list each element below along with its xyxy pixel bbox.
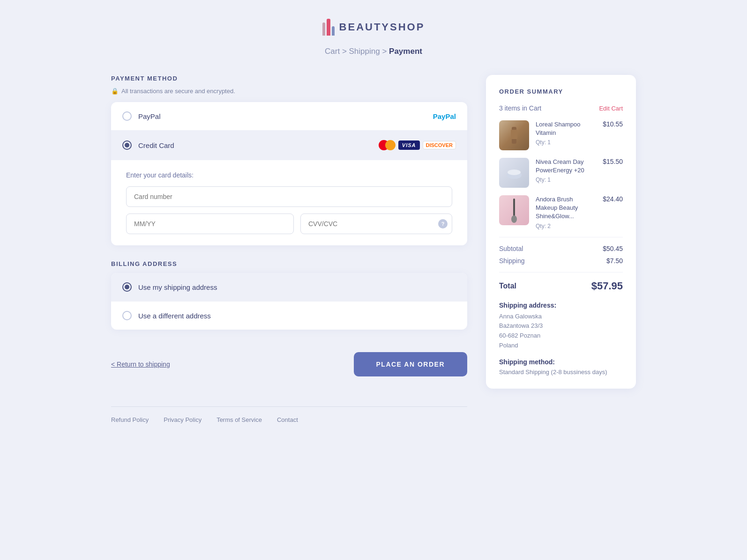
subtotal-row: Subtotal $50.45 (499, 245, 623, 252)
different-address-radio[interactable] (122, 311, 132, 320)
items-header: 3 items in Cart Edit Cart (499, 104, 623, 112)
cvv-wrapper: ? (300, 214, 452, 234)
shipping-cost-value: $7.50 (606, 257, 623, 265)
order-summary-title: ORDER SUMMARY (499, 88, 623, 95)
item-info-brush: Andora Brush Makeup Beauty Shine&Glow...… (536, 195, 596, 229)
item-price-brush: $24.40 (603, 195, 623, 229)
refund-policy-link[interactable]: Refund Policy (111, 416, 149, 423)
shipping-method-text: Standard Shipping (2-8 bussiness days) (499, 368, 623, 376)
order-item-cream: Nivea Cream Day PowerEnergy +20 Qty: 1 $… (499, 158, 623, 188)
total-label: Total (499, 282, 516, 290)
breadcrumb-cart: Cart (325, 47, 340, 56)
total-row: Total $57.95 (499, 280, 623, 292)
svg-point-3 (508, 169, 521, 175)
item-qty-cream: Qty: 1 (536, 177, 596, 183)
different-address-option[interactable]: Use a different address (111, 301, 467, 330)
breadcrumb-sep1: > (340, 47, 349, 56)
credit-card-radio[interactable] (122, 140, 132, 150)
card-details-section: Enter your card details: ? (111, 160, 467, 245)
item-name-brush: Andora Brush Makeup Beauty Shine&Glow... (536, 195, 596, 221)
use-shipping-option[interactable]: Use my shipping address (111, 273, 467, 301)
payment-method-title: PAYMENT METHOD (111, 75, 467, 82)
terms-link[interactable]: Terms of Service (217, 416, 262, 423)
credit-card-option[interactable]: Credit Card VISA DISCOVER (111, 131, 467, 160)
item-qty-shampoo: Qty: 1 (536, 139, 596, 146)
order-item-shampoo: Loreal Shampoo Vitamin Qty: 1 $10.55 (499, 120, 623, 150)
lock-icon: 🔒 (111, 88, 119, 95)
right-panel: ORDER SUMMARY 3 items in Cart Edit Cart (486, 75, 636, 389)
item-info-shampoo: Loreal Shampoo Vitamin Qty: 1 (536, 120, 596, 150)
secure-note: 🔒 All transactions are secure and encryp… (111, 88, 467, 95)
item-info-cream: Nivea Cream Day PowerEnergy +20 Qty: 1 (536, 158, 596, 188)
use-shipping-radio[interactable] (122, 282, 132, 292)
credit-card-label: Credit Card (138, 141, 379, 149)
shipping-row: Shipping $7.50 (499, 257, 623, 265)
shipping-address-title: Shipping address: (499, 302, 623, 309)
bottom-actions: < Return to shipping PLACE AN ORDER (111, 345, 467, 384)
order-summary-card: ORDER SUMMARY 3 items in Cart Edit Cart (486, 75, 636, 389)
paypal-option[interactable]: PayPal PayPal (111, 102, 467, 131)
paypal-label: PayPal (138, 112, 433, 120)
paypal-radio[interactable] (122, 111, 132, 121)
contact-link[interactable]: Contact (277, 416, 298, 423)
main-layout: PAYMENT METHOD 🔒 All transactions are se… (111, 75, 636, 423)
item-name-shampoo: Loreal Shampoo Vitamin (536, 120, 596, 137)
breadcrumb-shipping: Shipping (349, 47, 380, 56)
expiry-input[interactable] (126, 214, 294, 234)
item-price-shampoo: $10.55 (603, 120, 623, 150)
shipping-method-title: Shipping method: (499, 358, 623, 366)
secure-note-text: All transactions are secure and encrypte… (121, 88, 235, 95)
item-thumb-shampoo (499, 120, 529, 150)
card-number-input[interactable] (126, 186, 452, 207)
breadcrumb-sep2: > (380, 47, 389, 56)
mastercard-icon (379, 140, 396, 150)
item-price-cream: $15.50 (603, 158, 623, 188)
paypal-logo-icon: PayPal (433, 112, 456, 120)
svg-rect-1 (511, 130, 517, 139)
item-thumb-brush (499, 195, 529, 225)
cvv-help-icon[interactable]: ? (438, 219, 448, 228)
item-name-cream: Nivea Cream Day PowerEnergy +20 (536, 158, 596, 175)
order-divider-1 (499, 237, 623, 237)
order-divider-2 (499, 272, 623, 273)
card-brand-icons: VISA DISCOVER (379, 140, 456, 150)
header: BEAUTYSHOP Cart > Shipping > Payment (111, 19, 636, 56)
paypal-icons: PayPal (433, 112, 456, 120)
order-item-brush: Andora Brush Makeup Beauty Shine&Glow...… (499, 195, 623, 229)
billing-address-title: BILLING ADDRESS (111, 260, 467, 267)
item-qty-brush: Qty: 2 (536, 223, 596, 229)
logo-area: BEAUTYSHOP (111, 19, 636, 36)
card-details-prompt: Enter your card details: (126, 171, 452, 179)
subtotal-label: Subtotal (499, 245, 523, 252)
shipping-cost-label: Shipping (499, 257, 525, 265)
use-shipping-label: Use my shipping address (138, 283, 217, 291)
shipping-address-section: Shipping address: Anna GalowskaBażantowa… (499, 302, 623, 376)
discover-icon: DISCOVER (423, 141, 456, 149)
edit-cart-link[interactable]: Edit Cart (599, 105, 623, 112)
payment-card: PayPal PayPal Credit Card (111, 102, 467, 245)
card-row: ? (126, 214, 452, 234)
visa-icon: VISA (398, 140, 420, 150)
privacy-policy-link[interactable]: Privacy Policy (164, 416, 202, 423)
item-thumb-cream (499, 158, 529, 188)
shipping-address-text: Anna GalowskaBażantowa 23/360-682 Poznan… (499, 312, 623, 351)
subtotal-value: $50.45 (603, 245, 623, 252)
breadcrumb-payment: Payment (389, 47, 422, 56)
billing-card: Use my shipping address Use a different … (111, 273, 467, 330)
footer: Refund Policy Privacy Policy Terms of Se… (111, 406, 467, 423)
place-order-button[interactable]: PLACE AN ORDER (354, 352, 468, 376)
left-panel: PAYMENT METHOD 🔒 All transactions are se… (111, 75, 467, 423)
logo-icon (322, 19, 335, 36)
different-address-label: Use a different address (138, 312, 211, 320)
cvv-input[interactable] (300, 214, 452, 234)
breadcrumb: Cart > Shipping > Payment (111, 47, 636, 56)
total-value: $57.95 (591, 280, 623, 292)
return-to-shipping-link[interactable]: < Return to shipping (111, 361, 170, 368)
svg-rect-4 (513, 199, 515, 217)
items-count: 3 items in Cart (499, 104, 541, 112)
logo-text: BEAUTYSHOP (339, 21, 425, 33)
svg-point-5 (511, 215, 517, 223)
